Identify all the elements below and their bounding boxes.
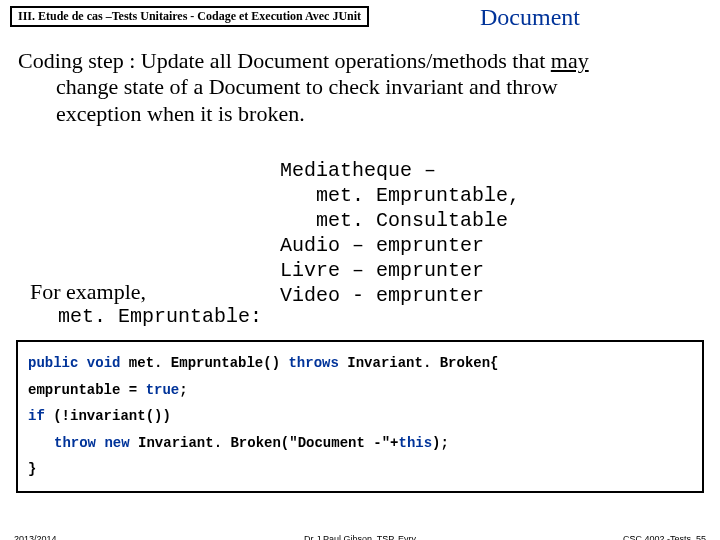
body-line2: change state of a Document to check inva… xyxy=(18,74,702,100)
body-line1b-underlined: may xyxy=(551,48,589,73)
code-l2b: ; xyxy=(179,382,187,398)
breadcrumb-box: III. Etude de cas –Tests Unitaires - Cod… xyxy=(10,6,369,27)
example-label: For example, met. Empruntable: xyxy=(30,279,262,328)
keyword-throw: throw xyxy=(54,435,96,451)
body-paragraph: Coding step : Update all Document operat… xyxy=(18,48,702,127)
code-l2a: empruntable = xyxy=(28,382,146,398)
code-l4b: ); xyxy=(432,435,449,451)
keyword-public: public xyxy=(28,355,78,371)
example-label-mono: met. Empruntable: xyxy=(30,305,262,328)
class-method-list: Mediatheque – met. Empruntable, met. Con… xyxy=(280,158,520,308)
keyword-void: void xyxy=(87,355,121,371)
code-sig-mid: met. Empruntable() xyxy=(120,355,288,371)
example-label-text: For example, xyxy=(30,279,146,304)
code-line-5: } xyxy=(28,456,692,483)
keyword-throws: throws xyxy=(288,355,338,371)
keyword-if: if xyxy=(28,408,45,424)
code-line-1: public void met. Empruntable() throws In… xyxy=(28,350,692,377)
body-line3: exception when it is broken. xyxy=(18,101,702,127)
body-line1a: Coding step : Update all Document operat… xyxy=(18,48,551,73)
page-title: Document xyxy=(480,4,580,31)
code-l3: (!invariant()) xyxy=(45,408,171,424)
footer-page: CSC 4002 -Tests. 55 xyxy=(623,534,706,540)
code-sig-end: Invariant. Broken{ xyxy=(339,355,499,371)
example-section: Mediatheque – met. Empruntable, met. Con… xyxy=(18,158,702,328)
keyword-true: true xyxy=(146,382,180,398)
keyword-this: this xyxy=(398,435,432,451)
code-block: public void met. Empruntable() throws In… xyxy=(16,340,704,493)
code-l4: Invariant. Broken("Document -"+ xyxy=(130,435,399,451)
code-line-2: empruntable = true; xyxy=(28,377,692,404)
code-line-3: if (!invariant()) xyxy=(28,403,692,430)
code-line-4: throw new Invariant. Broken("Document -"… xyxy=(28,430,692,457)
keyword-new: new xyxy=(104,435,129,451)
footer-author: Dr J Paul Gibson, TSP, Evry xyxy=(0,534,720,540)
